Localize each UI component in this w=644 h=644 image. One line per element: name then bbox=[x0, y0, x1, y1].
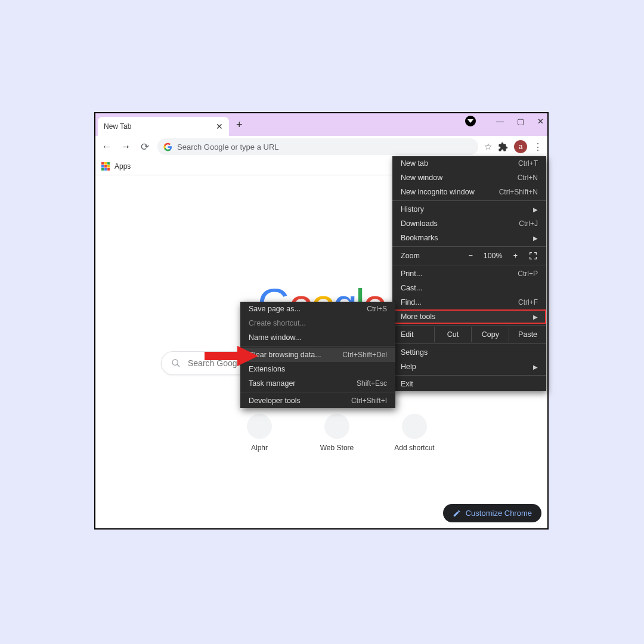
chevron-right-icon: ▶ bbox=[533, 206, 538, 213]
svg-line-1 bbox=[177, 364, 179, 367]
menu-separator bbox=[392, 375, 546, 376]
close-window-button[interactable]: ✕ bbox=[537, 117, 544, 126]
menu-more-tools[interactable]: More tools▶ bbox=[392, 309, 546, 324]
menu-edit-label: Edit bbox=[392, 327, 435, 342]
submenu-task-manager[interactable]: Task managerShift+Esc bbox=[240, 376, 395, 391]
tab-title: New Tab bbox=[104, 122, 131, 131]
zoom-in-button[interactable]: + bbox=[513, 252, 518, 260]
menu-paste[interactable]: Paste bbox=[509, 327, 546, 342]
menu-exit[interactable]: Exit bbox=[392, 377, 546, 391]
reload-button[interactable]: ⟳ bbox=[138, 141, 151, 153]
chevron-right-icon: ▶ bbox=[533, 235, 538, 242]
window-controls: — ▢ ✕ bbox=[465, 116, 544, 126]
more-menu-button[interactable]: ⋮ bbox=[533, 141, 543, 153]
menu-cast[interactable]: Cast... bbox=[392, 281, 546, 295]
menu-help[interactable]: Help▶ bbox=[392, 360, 546, 374]
customize-label: Customize Chrome bbox=[466, 509, 532, 518]
menu-edit-row: Edit Cut Copy Paste bbox=[392, 327, 546, 342]
shortcut-add[interactable]: Add shortcut bbox=[391, 414, 438, 452]
menu-new-window[interactable]: New windowCtrl+N bbox=[392, 171, 546, 185]
zoom-out-button[interactable]: − bbox=[468, 252, 472, 260]
menu-find[interactable]: Find...Ctrl+F bbox=[392, 295, 546, 309]
notification-badge-icon[interactable] bbox=[465, 116, 476, 126]
profile-avatar[interactable]: a bbox=[514, 140, 527, 153]
shortcut-alphr[interactable]: Alphr bbox=[236, 414, 283, 452]
menu-separator bbox=[392, 246, 546, 247]
shortcut-label: Web Store bbox=[320, 444, 354, 452]
submenu-name-window[interactable]: Name window... bbox=[240, 330, 395, 345]
menu-incognito[interactable]: New incognito windowCtrl+Shift+N bbox=[392, 185, 546, 199]
google-g-icon bbox=[163, 143, 172, 151]
menu-separator bbox=[392, 325, 546, 326]
zoom-value: 100% bbox=[484, 252, 503, 260]
menu-separator bbox=[240, 346, 395, 346]
forward-button[interactable]: → bbox=[119, 141, 132, 153]
maximize-button[interactable]: ▢ bbox=[517, 117, 524, 126]
menu-copy[interactable]: Copy bbox=[472, 327, 509, 342]
menu-cut[interactable]: Cut bbox=[435, 327, 472, 342]
menu-separator bbox=[392, 343, 546, 344]
browser-window: New Tab ✕ + — ▢ ✕ ← → ⟳ Search Google or… bbox=[94, 112, 549, 530]
menu-new-tab[interactable]: New tabCtrl+T bbox=[392, 156, 546, 171]
pencil-icon bbox=[453, 509, 461, 518]
more-tools-submenu: Save page as...Ctrl+S Create shortcut...… bbox=[240, 302, 395, 408]
address-bar[interactable]: Search Google or type a URL bbox=[157, 138, 478, 155]
shortcut-web-store[interactable]: Web Store bbox=[313, 414, 361, 452]
shortcut-icon bbox=[324, 414, 349, 439]
menu-bookmarks[interactable]: Bookmarks▶ bbox=[392, 231, 546, 245]
chrome-main-menu: New tabCtrl+T New windowCtrl+N New incog… bbox=[392, 156, 546, 391]
submenu-developer-tools[interactable]: Developer toolsCtrl+Shift+I bbox=[240, 394, 395, 408]
menu-print[interactable]: Print...Ctrl+P bbox=[392, 267, 546, 281]
customize-chrome-button[interactable]: Customize Chrome bbox=[443, 504, 541, 522]
close-tab-icon[interactable]: ✕ bbox=[216, 122, 223, 131]
back-button[interactable]: ← bbox=[100, 141, 113, 153]
bookmark-star-icon[interactable]: ☆ bbox=[484, 141, 492, 152]
omnibox-placeholder: Search Google or type a URL bbox=[177, 143, 279, 151]
toolbar: ← → ⟳ Search Google or type a URL ☆ a ⋮ bbox=[95, 136, 547, 157]
shortcut-icon bbox=[402, 414, 427, 439]
menu-separator bbox=[240, 392, 395, 392]
shortcut-label: Add shortcut bbox=[394, 444, 434, 452]
submenu-extensions[interactable]: Extensions bbox=[240, 362, 395, 376]
new-tab-button[interactable]: + bbox=[236, 119, 243, 131]
menu-history[interactable]: History▶ bbox=[392, 202, 546, 216]
submenu-save-page[interactable]: Save page as...Ctrl+S bbox=[240, 302, 395, 316]
submenu-clear-browsing-data[interactable]: Clear browsing data...Ctrl+Shift+Del bbox=[240, 348, 395, 362]
apps-grid-icon[interactable] bbox=[101, 162, 110, 171]
apps-label[interactable]: Apps bbox=[114, 162, 131, 171]
menu-separator bbox=[392, 200, 546, 201]
avatar-letter: a bbox=[519, 143, 523, 151]
svg-point-0 bbox=[172, 360, 178, 365]
shortcut-label: Alphr bbox=[251, 444, 268, 452]
browser-tab[interactable]: New Tab ✕ bbox=[98, 117, 229, 136]
extensions-icon[interactable] bbox=[498, 142, 508, 152]
chevron-right-icon: ▶ bbox=[533, 314, 538, 320]
menu-zoom: Zoom − 100% + bbox=[392, 248, 546, 264]
shortcuts-row: Alphr Web Store Add shortcut bbox=[236, 414, 438, 452]
minimize-button[interactable]: — bbox=[496, 117, 504, 126]
title-bar: New Tab ✕ + — ▢ ✕ bbox=[95, 113, 547, 136]
shortcut-icon bbox=[247, 414, 272, 439]
fullscreen-icon[interactable] bbox=[528, 251, 538, 261]
submenu-create-shortcut: Create shortcut... bbox=[240, 316, 395, 330]
menu-downloads[interactable]: DownloadsCtrl+J bbox=[392, 216, 546, 231]
menu-settings[interactable]: Settings bbox=[392, 345, 546, 360]
chevron-right-icon: ▶ bbox=[533, 364, 538, 370]
search-icon bbox=[171, 358, 181, 368]
menu-separator bbox=[392, 265, 546, 265]
